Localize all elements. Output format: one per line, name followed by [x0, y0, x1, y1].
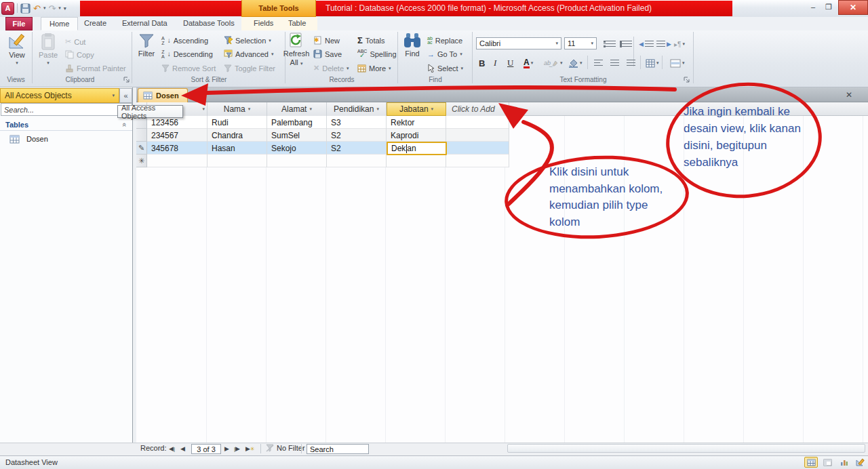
column-header-click-to-add[interactable]: Click to Add — [446, 102, 509, 116]
collapse-section-icon[interactable]: « — [121, 123, 129, 127]
spelling-button[interactable]: ABC✓Spelling — [357, 48, 397, 60]
decrease-indent-button[interactable]: ◀ — [637, 38, 655, 50]
cell[interactable]: Chandra — [208, 129, 267, 142]
horizontal-scrollbar[interactable] — [507, 444, 865, 453]
totals-button[interactable]: ΣTotals — [357, 35, 385, 46]
close-button[interactable]: ✕ — [838, 0, 868, 15]
access-logo-icon[interactable]: A — [1, 2, 14, 15]
cell-empty[interactable] — [446, 116, 509, 129]
cell[interactable]: Kaprodi — [387, 129, 446, 142]
next-record-button[interactable]: ▶ — [224, 444, 229, 454]
filter-button[interactable]: Filter — [134, 33, 159, 75]
tab-fields[interactable]: Fields — [245, 17, 281, 30]
previous-record-button[interactable]: ◀ — [180, 444, 185, 454]
font-size-combo[interactable]: 11▾ — [564, 37, 597, 49]
record-search-input[interactable] — [307, 444, 369, 454]
goto-button[interactable]: →Go To▾ — [427, 48, 462, 60]
bold-button[interactable]: B — [477, 57, 486, 69]
cell[interactable]: Palembang — [267, 116, 327, 129]
refresh-all-button[interactable]: Refresh All ▾ — [282, 33, 311, 75]
column-header-alamat[interactable]: Alamat▾ — [267, 102, 327, 116]
save-record-button[interactable]: Save — [313, 48, 342, 60]
increase-indent-button[interactable]: ▶ — [655, 38, 673, 50]
column-header-nama[interactable]: Nama▾ — [208, 102, 267, 116]
nav-pane-dropdown[interactable]: ▾ — [112, 93, 115, 98]
find-button[interactable]: Find — [400, 33, 425, 75]
datasheet-view-button[interactable] — [804, 457, 818, 468]
nav-search-input[interactable] — [1, 103, 132, 116]
ascending-button[interactable]: AZ↓Ascending — [161, 35, 208, 46]
row-selector-new[interactable]: ✳ — [136, 155, 147, 167]
column-dropdown-icon[interactable]: ▾ — [431, 106, 434, 112]
minimize-button[interactable]: – — [806, 1, 821, 14]
more-button[interactable]: More▾ — [357, 62, 391, 74]
selection-button[interactable]: Selection▾ — [224, 35, 271, 46]
first-record-button[interactable]: ◀| — [169, 444, 175, 454]
design-view-button[interactable] — [853, 457, 867, 468]
row-selector-editing[interactable]: ✎ — [136, 142, 147, 155]
column-dropdown-icon[interactable]: ▾ — [248, 106, 251, 112]
tab-file[interactable]: File — [5, 17, 33, 30]
undo-icon[interactable]: ↶ — [33, 3, 41, 14]
column-dropdown-icon[interactable]: ▾ — [376, 106, 379, 112]
nav-section-tables[interactable]: Tables« — [0, 119, 132, 131]
replace-button[interactable]: abacReplace — [427, 35, 462, 46]
advanced-button[interactable]: Advanced▾ — [224, 48, 273, 60]
cell[interactable]: S2 — [327, 129, 387, 142]
tab-database-tools[interactable]: Database Tools — [175, 17, 243, 30]
text-formatting-dialog-launcher[interactable] — [684, 77, 691, 84]
cell[interactable]: Rudi — [208, 116, 267, 129]
tab-external-data[interactable]: External Data — [114, 17, 176, 30]
descending-button[interactable]: ZA↓Descending — [161, 48, 213, 60]
last-record-button[interactable]: |▶ — [234, 444, 240, 454]
numbering-button[interactable] — [618, 38, 633, 50]
shutter-bar-button[interactable]: « — [119, 88, 132, 103]
pivotchart-view-button[interactable] — [837, 457, 850, 468]
align-right-button[interactable] — [625, 57, 637, 69]
align-left-button[interactable] — [593, 57, 604, 69]
alternate-row-color-button[interactable]: ▾ — [669, 57, 686, 69]
customize-qat-icon[interactable]: ▾ — [64, 5, 66, 12]
pivottable-view-button[interactable] — [821, 457, 834, 468]
new-record-nav-button[interactable]: ▶✳ — [245, 444, 255, 454]
gridlines-button[interactable]: ▾ — [644, 57, 660, 69]
table-row-new[interactable] — [147, 155, 509, 167]
datasheet-tab-dosen[interactable]: Dosen — [138, 88, 188, 102]
column-header-jabatan[interactable]: Jabatan▾ — [387, 102, 446, 116]
table-row[interactable]: 234567 Chandra SumSel S2 Kaprodi — [147, 129, 509, 142]
view-button[interactable]: View ▾ — [4, 33, 30, 75]
cell[interactable]: Hasan — [208, 142, 267, 155]
column-dropdown-icon[interactable]: ▾ — [202, 106, 205, 112]
cell-empty[interactable] — [446, 129, 509, 142]
undo-dropdown[interactable]: ▾ — [43, 5, 46, 11]
tab-table[interactable]: Table — [280, 17, 314, 30]
cell[interactable]: SumSel — [267, 129, 327, 142]
align-center-button[interactable] — [609, 57, 620, 69]
cell[interactable]: S3 — [327, 116, 387, 129]
column-dropdown-icon[interactable]: ▾ — [309, 106, 312, 112]
cell[interactable]: Rektor — [387, 116, 446, 129]
table-row-selected[interactable]: 345678 Hasan Sekojo S2 — [147, 142, 509, 155]
font-color-button[interactable]: A▾ — [522, 57, 534, 69]
close-datasheet-icon[interactable]: ✕ — [844, 90, 854, 101]
new-record-button[interactable]: ✱New — [313, 35, 340, 46]
restore-button[interactable]: ❐ — [821, 1, 836, 14]
nav-pane-header[interactable]: All Access Objects▾ — [0, 88, 119, 103]
cell-empty[interactable] — [446, 142, 509, 155]
nav-item-dosen[interactable]: Dosen — [0, 133, 132, 145]
cell[interactable]: 345678 — [147, 142, 208, 155]
underline-button[interactable]: U — [506, 57, 515, 69]
select-button[interactable]: Select▾ — [427, 62, 463, 74]
save-icon[interactable] — [20, 3, 31, 14]
background-color-button[interactable]: ▾ — [567, 57, 584, 69]
cell[interactable]: Sekojo — [267, 142, 327, 155]
cell[interactable]: S2 — [327, 142, 387, 155]
view-dropdown[interactable]: ▾ — [16, 60, 18, 66]
font-name-combo[interactable]: Calibri▾ — [476, 37, 561, 49]
italic-button[interactable]: I — [492, 57, 498, 69]
clipboard-dialog-launcher[interactable] — [123, 77, 131, 84]
row-selector[interactable] — [136, 129, 147, 142]
cell[interactable]: 234567 — [147, 129, 208, 142]
editing-cell-jabatan[interactable]: Dekan — [387, 142, 447, 155]
tab-home[interactable]: Home — [41, 17, 78, 30]
